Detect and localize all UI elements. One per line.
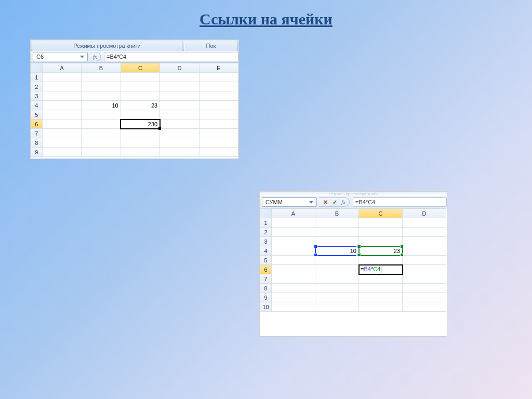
- row-header-active[interactable]: 6: [260, 265, 272, 274]
- cell[interactable]: [82, 119, 121, 129]
- fx-icon[interactable]: fx: [340, 199, 347, 205]
- row-header[interactable]: 10: [260, 302, 272, 312]
- cell[interactable]: [42, 129, 81, 138]
- cell[interactable]: [315, 302, 359, 312]
- col-header-e[interactable]: E: [199, 63, 238, 73]
- row-header[interactable]: 5: [31, 110, 43, 119]
- cell[interactable]: [403, 256, 446, 265]
- cell[interactable]: [82, 138, 121, 148]
- cell[interactable]: [160, 101, 199, 110]
- cell[interactable]: [160, 110, 199, 119]
- col-header-a[interactable]: A: [42, 63, 81, 73]
- name-box[interactable]: C6: [33, 52, 88, 61]
- row-header[interactable]: 7: [260, 274, 272, 284]
- cell[interactable]: [272, 218, 315, 228]
- cell[interactable]: [315, 293, 359, 302]
- cell[interactable]: [42, 138, 81, 148]
- cell[interactable]: [199, 101, 238, 110]
- cell[interactable]: [359, 274, 403, 284]
- cell-b4-referenced[interactable]: 10: [315, 246, 359, 256]
- row-header[interactable]: 4: [260, 246, 272, 256]
- cell[interactable]: [199, 73, 238, 82]
- cell-c6-editing[interactable]: =B4*C4: [359, 265, 403, 274]
- row-header[interactable]: 8: [31, 138, 43, 148]
- cell[interactable]: [82, 91, 121, 101]
- cell-c4-referenced[interactable]: 23: [359, 246, 403, 256]
- cell[interactable]: [403, 265, 446, 274]
- cell[interactable]: [160, 129, 199, 138]
- cell[interactable]: [359, 302, 403, 312]
- cell[interactable]: [82, 73, 121, 82]
- cell[interactable]: [315, 265, 359, 274]
- cell[interactable]: [272, 302, 315, 312]
- cell[interactable]: [403, 302, 446, 312]
- cell[interactable]: [359, 218, 403, 228]
- cell[interactable]: [199, 91, 238, 101]
- cell[interactable]: [272, 256, 315, 265]
- cell[interactable]: [121, 129, 160, 138]
- cell[interactable]: [121, 73, 160, 82]
- fx-button[interactable]: fx: [90, 52, 101, 61]
- cell[interactable]: [121, 110, 160, 119]
- cell-b4[interactable]: 10: [82, 101, 121, 110]
- cell[interactable]: [272, 237, 315, 246]
- cell[interactable]: [160, 82, 199, 91]
- row-header[interactable]: 9: [260, 293, 272, 302]
- cell[interactable]: [403, 274, 446, 284]
- col-header-c[interactable]: C: [359, 209, 403, 218]
- cell[interactable]: [42, 119, 81, 129]
- cell[interactable]: [160, 91, 199, 101]
- cell[interactable]: [42, 82, 81, 91]
- row-header[interactable]: 5: [260, 256, 272, 265]
- cell[interactable]: [403, 246, 446, 256]
- cell[interactable]: [272, 228, 315, 237]
- formula-input[interactable]: =B4*C4: [353, 197, 447, 207]
- cell[interactable]: [359, 284, 403, 293]
- col-header-c[interactable]: C: [121, 63, 160, 73]
- cell-c6-selected[interactable]: 230: [121, 119, 160, 129]
- cell[interactable]: [272, 265, 315, 274]
- chevron-down-icon[interactable]: [80, 56, 84, 58]
- cell[interactable]: [315, 237, 359, 246]
- cell[interactable]: [82, 129, 121, 138]
- cell[interactable]: [359, 256, 403, 265]
- col-header-d[interactable]: D: [160, 63, 199, 73]
- cell[interactable]: [42, 101, 81, 110]
- ribbon-group-view-modes[interactable]: Режимы просмотра книги: [32, 41, 182, 51]
- cell[interactable]: [315, 218, 359, 228]
- row-header-active[interactable]: 6: [31, 119, 43, 129]
- col-header-a[interactable]: A: [272, 209, 315, 218]
- cell[interactable]: [403, 293, 446, 302]
- cell[interactable]: [403, 218, 446, 228]
- row-header[interactable]: 3: [31, 91, 43, 101]
- row-header[interactable]: 7: [31, 129, 43, 138]
- cell[interactable]: [315, 228, 359, 237]
- ribbon-group-show[interactable]: Пок: [184, 41, 237, 51]
- spreadsheet-grid[interactable]: A B C D 1 2 3 4 10 23 5 6 =B4*C4 7 8 9 1…: [260, 208, 447, 312]
- cell[interactable]: [403, 284, 446, 293]
- row-header[interactable]: 4: [31, 101, 43, 110]
- cell[interactable]: [315, 274, 359, 284]
- cell[interactable]: [315, 256, 359, 265]
- cell[interactable]: [359, 293, 403, 302]
- cell[interactable]: [160, 119, 199, 129]
- cell[interactable]: [160, 73, 199, 82]
- cell[interactable]: [403, 228, 446, 237]
- row-header[interactable]: 8: [260, 284, 272, 293]
- name-box[interactable]: СУММ: [262, 197, 317, 207]
- cell[interactable]: [199, 110, 238, 119]
- cell[interactable]: [121, 91, 160, 101]
- select-all-corner[interactable]: [31, 63, 43, 73]
- row-header[interactable]: 2: [260, 228, 272, 237]
- cell[interactable]: [199, 82, 238, 91]
- chevron-down-icon[interactable]: [309, 201, 313, 204]
- cell[interactable]: [315, 284, 359, 293]
- cell[interactable]: [121, 82, 160, 91]
- cell[interactable]: [160, 138, 199, 148]
- cell[interactable]: [82, 148, 121, 157]
- cell[interactable]: [359, 228, 403, 237]
- cell[interactable]: [199, 148, 238, 157]
- col-header-d[interactable]: D: [403, 209, 446, 218]
- cell[interactable]: [359, 237, 403, 246]
- cell[interactable]: [82, 82, 121, 91]
